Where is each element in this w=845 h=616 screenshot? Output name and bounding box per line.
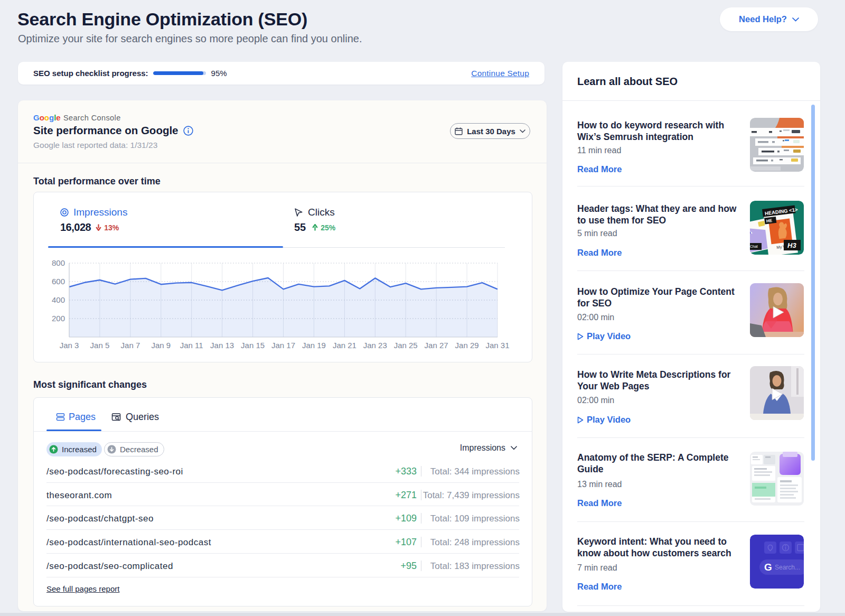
svg-text:Jan 13: Jan 13 [210,341,234,350]
svg-text:Jan 15: Jan 15 [241,341,265,350]
svg-text:Jan 31: Jan 31 [485,341,509,350]
svg-text:Jan 21: Jan 21 [333,341,356,350]
svg-text:Jan 27: Jan 27 [425,341,448,350]
svg-text:H3: H3 [787,241,796,249]
svg-text:800: 800 [52,258,65,267]
svg-text:400: 400 [52,295,65,304]
svg-text:Jan 17: Jan 17 [271,341,295,350]
svg-text:Chat: Chat [750,245,758,248]
svg-text:Jan 25: Jan 25 [394,341,418,350]
svg-text:Jan 3: Jan 3 [60,341,79,350]
svg-text:200: 200 [52,314,65,323]
svg-text:Jan 9: Jan 9 [151,341,171,350]
svg-text:G: G [764,562,772,573]
svg-text:Jan 7: Jan 7 [121,341,140,350]
svg-text:Jan 11: Jan 11 [180,341,203,350]
svg-text:Search...: Search... [775,564,800,571]
svg-text:600: 600 [52,277,65,286]
svg-text:Jan 23: Jan 23 [363,341,387,350]
svg-text:Jan 19: Jan 19 [302,341,326,350]
svg-text:Jan 29: Jan 29 [455,341,479,350]
svg-text:HE: HE [766,218,773,223]
svg-text:Jan 5: Jan 5 [90,341,110,350]
